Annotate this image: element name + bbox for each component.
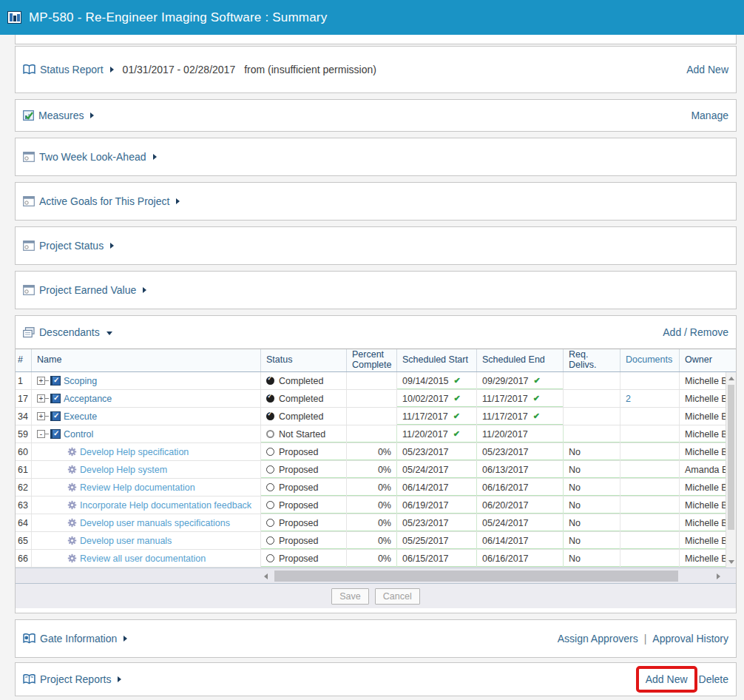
approval-history-button[interactable]: Approval History [652, 633, 728, 645]
req-delivs-cell[interactable] [564, 425, 620, 442]
scheduled-start-cell[interactable]: 05/25/2017 [397, 532, 477, 549]
percent-complete-cell[interactable] [347, 372, 397, 389]
column-header-number[interactable]: # [16, 349, 32, 371]
documents-cell[interactable] [620, 372, 680, 389]
vertical-scrollbar-thumb[interactable] [728, 385, 734, 530]
table-vertical-scrollbar[interactable] [726, 372, 736, 568]
status-cell[interactable]: Completed [261, 390, 347, 407]
expander-toggle[interactable]: + [37, 412, 49, 420]
horizontal-scrollbar-thumb[interactable] [274, 571, 678, 582]
task-name-link[interactable]: Review all user documentation [80, 553, 206, 564]
status-cell[interactable]: Proposed [261, 461, 347, 478]
scheduled-end-cell[interactable]: 06/20/2017 [477, 497, 564, 514]
req-delivs-cell[interactable]: No [564, 479, 620, 496]
scheduled-end-cell[interactable]: 05/23/2017 [477, 443, 564, 460]
documents-cell[interactable] [620, 479, 680, 496]
scheduled-start-cell[interactable]: 05/23/2017 [397, 514, 477, 531]
percent-complete-cell[interactable] [347, 390, 397, 407]
scheduled-end-cell[interactable]: 11/20/2017 [477, 425, 564, 442]
documents-cell[interactable] [620, 497, 680, 514]
task-name-link[interactable]: Review Help documentation [80, 482, 195, 493]
two-week-look-ahead-link[interactable]: Two Week Look-Ahead [39, 151, 146, 163]
task-name-link[interactable]: Develop user manuals [80, 536, 172, 546]
task-name-link[interactable]: Acceptance [64, 394, 112, 404]
task-name-link[interactable]: Develop Help specification [80, 447, 189, 457]
scheduled-start-cell[interactable]: 05/24/2017 [397, 461, 477, 478]
status-cell[interactable]: Completed [261, 408, 347, 425]
scheduled-end-cell[interactable]: 06/16/2017 [477, 479, 564, 496]
percent-complete-cell[interactable]: 0% [347, 514, 397, 531]
task-name-link[interactable]: Incorporate Help documentation feedback [80, 500, 251, 511]
req-delivs-cell[interactable]: No [564, 443, 620, 460]
percent-complete-cell[interactable]: 0% [347, 443, 397, 460]
project-status-link[interactable]: Project Status [39, 240, 104, 252]
scheduled-start-cell[interactable]: 11/17/2017 [397, 408, 477, 425]
scheduled-start-cell[interactable]: 06/14/2017 [397, 479, 477, 496]
percent-complete-cell[interactable]: 0% [347, 532, 397, 549]
horizontal-scrollbar-track[interactable] [270, 571, 714, 582]
percent-complete-cell[interactable]: 0% [347, 479, 397, 496]
req-delivs-cell[interactable]: No [564, 532, 620, 549]
percent-complete-cell[interactable]: 0% [347, 550, 397, 567]
scheduled-end-cell[interactable]: 06/13/2017 [477, 461, 564, 478]
scroll-up-arrow-icon[interactable] [726, 373, 737, 383]
scheduled-start-cell[interactable]: 06/19/2017 [397, 497, 477, 514]
percent-complete-cell[interactable]: 0% [347, 461, 397, 478]
active-goals-link[interactable]: Active Goals for This Project [39, 195, 169, 207]
req-delivs-cell[interactable]: No [564, 461, 620, 478]
documents-cell[interactable] [620, 461, 680, 478]
task-name-link[interactable]: Execute [64, 411, 97, 422]
column-header-req-delivs[interactable]: Req. Delivs. [564, 349, 620, 371]
add-new-status-report-button[interactable]: Add New [686, 64, 728, 75]
add-remove-descendants-button[interactable]: Add / Remove [663, 326, 728, 338]
scheduled-end-cell[interactable]: 06/16/2017 [477, 550, 564, 567]
percent-complete-cell[interactable] [347, 425, 397, 442]
scheduled-start-cell[interactable]: 11/20/2017 [397, 425, 477, 442]
project-earned-value-link[interactable]: Project Earned Value [39, 284, 136, 296]
column-header-percent-complete[interactable]: Percent Complete [347, 349, 397, 371]
descendants-link[interactable]: Descendants [39, 326, 100, 338]
documents-cell[interactable] [620, 514, 680, 531]
scheduled-end-cell[interactable]: 09/29/2017 [477, 372, 564, 389]
scroll-right-arrow-icon[interactable] [714, 570, 723, 582]
cancel-button[interactable]: Cancel [375, 588, 420, 605]
req-delivs-cell[interactable]: No [564, 550, 620, 567]
column-header-scheduled-end[interactable]: Scheduled End [477, 349, 564, 371]
scheduled-start-cell[interactable]: 05/23/2017 [397, 443, 477, 460]
status-cell[interactable]: Proposed [261, 550, 347, 567]
status-cell[interactable]: Proposed [261, 497, 347, 514]
percent-complete-cell[interactable] [347, 408, 397, 425]
expander-toggle[interactable]: + [37, 394, 49, 403]
scroll-left-arrow-icon[interactable] [261, 570, 270, 582]
scheduled-end-cell[interactable]: 06/14/2017 [477, 532, 564, 549]
documents-cell[interactable] [620, 532, 680, 549]
column-header-owner[interactable]: Owner [680, 349, 726, 371]
percent-complete-cell[interactable]: 0% [347, 497, 397, 514]
table-horizontal-scrollbar[interactable] [261, 570, 723, 582]
scheduled-end-cell[interactable]: 05/24/2017 [477, 514, 564, 531]
documents-cell[interactable] [620, 408, 680, 425]
delete-report-button[interactable]: Delete [699, 673, 728, 685]
status-cell[interactable]: Not Started [261, 425, 347, 442]
column-header-scheduled-start[interactable]: Scheduled Start [397, 349, 477, 371]
scheduled-end-cell[interactable]: 11/17/2017 [477, 390, 564, 407]
scroll-down-arrow-icon[interactable] [726, 556, 737, 567]
req-delivs-cell[interactable] [564, 372, 620, 389]
status-cell[interactable]: Proposed [261, 479, 347, 496]
gate-information-link[interactable]: Gate Information [40, 633, 117, 645]
scheduled-start-cell[interactable]: 09/14/2015 [397, 372, 477, 389]
req-delivs-cell[interactable] [564, 390, 620, 407]
save-button[interactable]: Save [331, 588, 369, 605]
column-header-name[interactable]: Name [32, 349, 261, 371]
req-delivs-cell[interactable]: No [564, 514, 620, 531]
expander-toggle[interactable]: + [37, 377, 49, 385]
column-header-status[interactable]: Status [261, 349, 347, 371]
scheduled-start-cell[interactable]: 06/15/2017 [397, 550, 477, 567]
status-cell[interactable]: Completed [261, 372, 347, 389]
task-name-link[interactable]: Develop Help system [80, 465, 167, 475]
assign-approvers-button[interactable]: Assign Approvers [558, 633, 638, 645]
req-delivs-cell[interactable]: No [564, 497, 620, 514]
project-reports-link[interactable]: Project Reports [40, 673, 111, 685]
status-cell[interactable]: Proposed [261, 532, 347, 549]
measures-link[interactable]: Measures [38, 110, 84, 121]
